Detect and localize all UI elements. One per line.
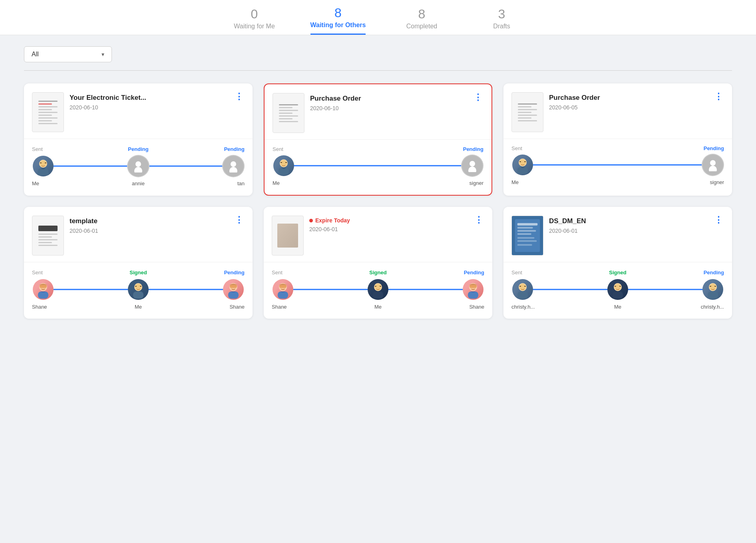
sig-name-me-5: Me: [342, 304, 413, 310]
card-thumbnail-4: [32, 216, 64, 256]
card-top-3: Purchase Order 2020-06-05 ⋮: [503, 83, 732, 139]
sig-label-pending-tan: Pending: [174, 145, 245, 153]
card-title-1: Your Electronic Ticket...: [70, 94, 228, 102]
avatar-annie: [127, 155, 149, 177]
avatar-christy-right-6: [702, 278, 724, 301]
sig-names-6: christy.h... Me christy.h...: [511, 304, 724, 310]
avatar-shane-left-5: [272, 278, 294, 301]
tab-label-waiting-for-others: Waiting for Others: [310, 22, 366, 29]
tab-label-completed: Completed: [406, 23, 437, 30]
sig-flow-2: Sent Pending: [265, 139, 491, 195]
sig-label-pending-6: Pending: [653, 269, 724, 276]
avatar-shane-right-5: [462, 278, 484, 301]
svg-rect-4: [45, 163, 46, 163]
avatar-me-4: [127, 278, 149, 301]
svg-point-60: [519, 284, 526, 290]
svg-point-8: [231, 161, 236, 167]
card-top-1: Your Electronic Ticket... 2020-06-10 ⋮: [24, 83, 253, 139]
sig-flow-5: Sent Signed Pending: [264, 262, 492, 319]
sig-name-shane-left-4: Shane: [32, 304, 103, 310]
avatar-me-3: [511, 154, 534, 176]
svg-rect-55: [517, 233, 531, 235]
sig-line-2: [284, 165, 472, 166]
sig-labels-row-5: Sent Signed Pending: [272, 269, 484, 276]
svg-rect-3: [40, 163, 42, 163]
sig-track-1: [32, 155, 245, 177]
svg-rect-56: [517, 237, 535, 239]
avatar-shane-left-4: [32, 278, 54, 301]
sig-label-pending-annie: Pending: [103, 145, 173, 153]
tab-count-waiting-for-me: 0: [251, 8, 258, 20]
card-menu-button-5[interactable]: ⋮: [473, 216, 484, 224]
sig-track-5: [272, 278, 484, 301]
card-purchase-order-1: Purchase Order 2020-06-10 ⋮ Sent Pending: [264, 83, 492, 196]
filter-label: All: [32, 51, 39, 58]
svg-rect-35: [230, 285, 237, 288]
sig-labels-row-2: Sent Pending: [273, 146, 483, 152]
filter-select[interactable]: All ▾: [24, 46, 112, 62]
sig-track-2: [273, 155, 483, 177]
svg-rect-20: [524, 161, 526, 162]
card-date-3: 2020-06-05: [549, 104, 708, 111]
card-top-2: Purchase Order 2020-06-10 ⋮: [265, 84, 491, 139]
sig-names-2: Me signer: [273, 180, 483, 186]
sig-name-shane-right-5: Shane: [414, 304, 484, 310]
sig-labels-row-1: Sent Pending Pending: [32, 145, 245, 153]
card-info-1: Your Electronic Ticket... 2020-06-10: [70, 92, 228, 111]
tab-label-drafts: Drafts: [493, 23, 510, 30]
card-top-6: DS_DM_EN 2020-06-01 ⋮: [503, 207, 732, 262]
card-menu-button-3[interactable]: ⋮: [713, 92, 724, 101]
avatar-me-2: [273, 155, 295, 177]
svg-rect-49: [468, 291, 478, 299]
sig-label-pending-3: Pending: [704, 145, 724, 151]
svg-rect-58: [517, 244, 532, 246]
svg-rect-72: [714, 286, 716, 287]
avatar-me-5: [367, 278, 389, 301]
sig-label-sent-5: Sent: [272, 269, 342, 276]
svg-point-18: [519, 159, 526, 166]
tab-label-waiting-for-me: Waiting for Me: [234, 23, 275, 30]
svg-rect-26: [40, 285, 47, 288]
card-info-5: Expire Today 2020-06-01: [309, 216, 468, 232]
svg-point-23: [709, 166, 717, 171]
card-menu-button-6[interactable]: ⋮: [713, 216, 724, 224]
tab-completed[interactable]: 8 Completed: [398, 8, 446, 35]
sig-names-5: Shane Me Shane: [272, 304, 484, 310]
svg-rect-44: [380, 286, 381, 287]
sig-name-me-3: Me: [511, 179, 519, 185]
sig-label-signed-5: Signed: [342, 269, 413, 276]
avatar-shane-right-4: [222, 278, 245, 301]
expire-badge: Expire Today: [309, 217, 468, 224]
card-title-6: DS_DM_EN: [549, 217, 708, 225]
svg-rect-48: [470, 285, 477, 288]
card-thumbnail-1: [32, 92, 64, 132]
card-top-5: Expire Today 2020-06-01 ⋮: [264, 207, 492, 262]
svg-rect-19: [519, 161, 521, 162]
sig-names-4: Shane Me Shane: [32, 304, 245, 310]
card-thumbnail-6: [511, 216, 543, 256]
svg-point-16: [468, 166, 476, 172]
sig-name-christy-left-6: christy.h...: [511, 304, 582, 310]
tab-waiting-for-me[interactable]: 0 Waiting for Me: [231, 8, 279, 35]
expire-dot-icon: [309, 219, 313, 222]
card-purchase-order-2: Purchase Order 2020-06-05 ⋮ Sent Pending: [503, 83, 732, 196]
card-menu-button-2[interactable]: ⋮: [473, 93, 483, 102]
cards-grid: Your Electronic Ticket... 2020-06-10 ⋮ S…: [0, 71, 756, 335]
sig-labels-row-6: Sent Signed Pending: [511, 269, 724, 276]
svg-point-6: [135, 161, 141, 167]
card-title-4: template: [70, 217, 228, 225]
tab-waiting-for-others[interactable]: 8 Waiting for Others: [310, 6, 366, 35]
card-menu-button-4[interactable]: ⋮: [234, 216, 245, 224]
card-thumbnail-3: [511, 92, 543, 132]
sig-label-sent-6: Sent: [511, 269, 582, 276]
sig-label-sent-3: Sent: [511, 145, 522, 151]
tab-drafts[interactable]: 3 Drafts: [477, 8, 525, 35]
svg-rect-66: [615, 286, 616, 287]
svg-rect-62: [524, 286, 526, 287]
svg-rect-73: [708, 291, 718, 299]
card-menu-button-1[interactable]: ⋮: [234, 92, 245, 101]
svg-rect-71: [710, 286, 711, 287]
svg-rect-30: [135, 286, 137, 287]
svg-rect-12: [281, 162, 282, 163]
svg-rect-53: [517, 227, 533, 229]
